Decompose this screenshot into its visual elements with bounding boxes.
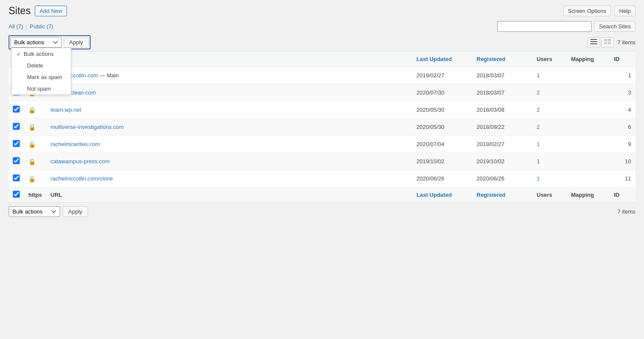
users-link[interactable]: 1 [537, 141, 540, 147]
col-footer-registered: Registered [472, 187, 532, 203]
lock-icon: 🔒 [28, 141, 36, 148]
site-url-link[interactable]: rachelmcwrites.com [51, 141, 100, 147]
help-button[interactable]: Help [614, 6, 635, 16]
site-url-link[interactable]: catawampus-press.com [51, 158, 109, 165]
apply-footer-button[interactable]: Apply [63, 206, 88, 217]
row-checkbox[interactable] [13, 174, 20, 181]
table-row: 🔒catawampus-press.com2019/10/022019/10/0… [9, 153, 635, 170]
row-checkbox[interactable] [13, 140, 20, 147]
row-id-cell: 3 [610, 84, 635, 101]
row-mapping-cell [567, 153, 610, 170]
site-url-link[interactable]: multiverse-investigations.com [51, 124, 124, 130]
lock-icon: 🔒 [28, 158, 36, 165]
grid-view-button[interactable] [601, 37, 614, 47]
apply-button[interactable]: Apply [64, 37, 89, 48]
row-updated-cell: 2020/07/04 [412, 136, 472, 153]
row-id-cell: 6 [610, 119, 635, 136]
row-updated-cell: 2020/05/30 [412, 101, 472, 119]
view-link-public[interactable]: Public (7) [30, 23, 53, 30]
table-row: 🔒learn-wp.net2020/05/302018/03/0824 [9, 101, 635, 119]
col-header-updated[interactable]: Last Updated [412, 52, 472, 67]
row-url-cell: learn-wp.net [46, 101, 412, 119]
col-footer-url: URL [46, 187, 412, 203]
svg-rect-2 [590, 43, 597, 44]
col-header-registered[interactable]: Registered [472, 52, 532, 67]
row-mapping-cell [567, 84, 610, 101]
col-header-mapping: Mapping [567, 52, 610, 67]
view-link-all[interactable]: All (7) [9, 23, 23, 30]
select-all-footer-checkbox[interactable] [13, 191, 20, 198]
site-url-link[interactable]: rachelmccollin.com/clone [51, 175, 113, 182]
row-mapping-cell [567, 136, 610, 153]
row-url-cell: rachelmcwrites.com [46, 136, 412, 153]
users-link[interactable]: 1 [537, 175, 540, 182]
row-checkbox-cell [9, 153, 24, 170]
col-footer-id: ID [610, 187, 635, 203]
row-mapping-cell [567, 170, 610, 187]
site-url-suffix: — Main [98, 72, 118, 79]
col-footer-https: https [24, 187, 46, 203]
row-url-cell: catawampus-press.com [46, 153, 412, 170]
dropdown-item-delete[interactable]: Delete [12, 60, 71, 71]
bulk-actions-footer-select[interactable]: Bulk actions Delete Mark as spam Not spa… [9, 206, 60, 217]
bulk-actions-dropdown: ✓ Bulk actions Delete Mark as spam [11, 48, 71, 95]
dropdown-item-bulk-actions[interactable]: ✓ Bulk actions [12, 48, 71, 60]
col-footer-check [9, 187, 24, 203]
row-url-cell: rachelmccollin.com — Main [46, 67, 412, 84]
row-lock-cell: 🔒 [24, 136, 46, 153]
row-checkbox[interactable] [13, 123, 20, 130]
row-updated-cell: 2019/10/02 [412, 153, 472, 170]
users-link[interactable]: 1 [537, 158, 540, 165]
svg-rect-5 [604, 42, 607, 44]
row-users-cell: 2 [532, 84, 567, 101]
row-registered-cell: 2018/03/07 [472, 67, 532, 84]
footer-items-count: 7 items [617, 208, 635, 215]
table-row: 🔒rachelmccollin.com/clone2020/06/262020/… [9, 170, 635, 187]
dropdown-item-mark-as-spam[interactable]: Mark as spam [12, 71, 71, 83]
row-registered-cell: 2018/09/22 [472, 119, 532, 136]
row-url-cell: multiverse-investigations.com [46, 119, 412, 136]
bulk-actions-select[interactable]: Bulk actions Delete Mark as spam Not spa… [10, 37, 62, 48]
row-mapping-cell [567, 119, 610, 136]
row-id-cell: 11 [610, 170, 635, 187]
users-link[interactable]: 2 [537, 89, 540, 96]
col-header-url[interactable]: URL [46, 52, 412, 67]
check-icon: ✓ [17, 51, 21, 57]
row-id-cell: 9 [610, 136, 635, 153]
bulk-actions-wrapper: Bulk actions Delete Mark as spam Not spa… [9, 35, 91, 49]
row-checkbox[interactable] [13, 157, 20, 164]
view-separator: | [26, 23, 27, 30]
table-row: 🔒rachelmclean.com2020/07/302018/03/0723 [9, 84, 635, 101]
users-link[interactable]: 1 [537, 72, 540, 79]
sites-table: https URL Last Updated Registered Users … [9, 51, 635, 203]
svg-rect-6 [608, 42, 611, 44]
row-users-cell: 2 [532, 119, 567, 136]
row-checkbox[interactable] [13, 106, 20, 113]
row-users-cell: 2 [532, 101, 567, 119]
col-header-users: Users [532, 52, 567, 67]
search-input[interactable] [497, 21, 592, 32]
table-row: 🔒rachelmccollin.com — Main2019/02/272018… [9, 67, 635, 84]
row-updated-cell: 2020/05/30 [412, 119, 472, 136]
list-view-button[interactable] [587, 37, 600, 47]
row-users-cell: 1 [532, 170, 567, 187]
row-id-cell: 4 [610, 101, 635, 119]
table-row: 🔒multiverse-investigations.com2020/05/30… [9, 119, 635, 136]
screen-options-button[interactable]: Screen Options [563, 6, 611, 16]
row-mapping-cell [567, 67, 610, 84]
svg-rect-4 [608, 39, 611, 41]
users-link[interactable]: 2 [537, 124, 540, 130]
site-url-link[interactable]: learn-wp.net [51, 107, 82, 113]
search-sites-button[interactable]: Search Sites [594, 21, 635, 32]
lock-icon: 🔒 [28, 107, 36, 113]
svg-rect-1 [590, 41, 597, 42]
dropdown-item-not-spam[interactable]: Not spam [12, 83, 71, 95]
page-title: Sites [9, 5, 30, 17]
col-footer-updated: Last Updated [412, 187, 472, 203]
row-registered-cell: 2020/06/26 [472, 170, 532, 187]
col-footer-users: Users [532, 187, 567, 203]
add-new-button[interactable]: Add New [35, 6, 67, 16]
row-id-cell: 1 [610, 67, 635, 84]
users-link[interactable]: 2 [537, 107, 540, 113]
row-lock-cell: 🔒 [24, 170, 46, 187]
